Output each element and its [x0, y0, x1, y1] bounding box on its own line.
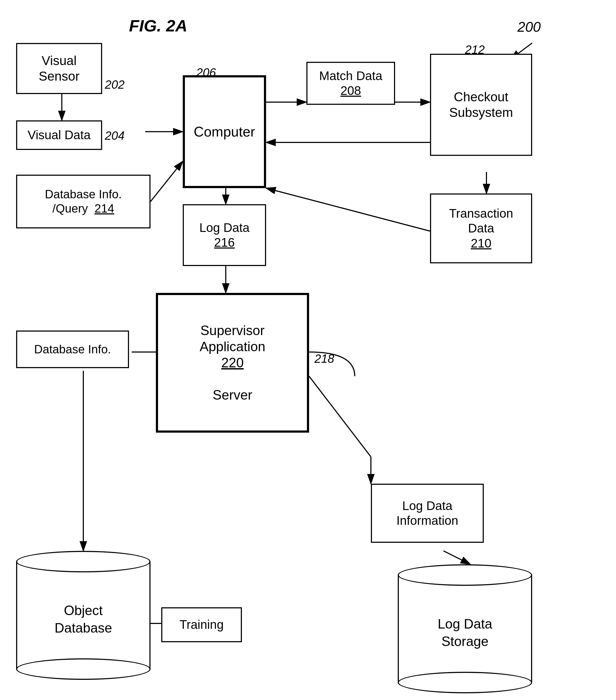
match-data-label: Match Data208 — [319, 68, 382, 98]
log-data-storage-label: Log DataStorage — [438, 615, 492, 650]
log-data-storage-cylinder: Log DataStorage 224 — [398, 564, 532, 588]
ref-218: 218 — [315, 352, 334, 365]
visual-data-label: Visual Data — [28, 128, 90, 142]
visual-sensor-label: VisualSensor — [39, 53, 79, 84]
ref-206: 206 — [196, 66, 216, 79]
svg-line-8 — [266, 188, 430, 231]
ref-200: 200 — [517, 19, 541, 35]
log-data-info-label: Log DataInformation — [396, 499, 458, 528]
database-info-query-box: Database Info./Query 214 — [16, 175, 150, 228]
checkout-box: CheckoutSubsystem — [430, 54, 532, 156]
object-database-label: ObjectDatabase — [54, 602, 112, 637]
visual-sensor-box: VisualSensor — [16, 43, 102, 94]
database-info-label: Database Info. — [34, 342, 111, 357]
transaction-data-box: TransactionData210 — [430, 193, 532, 263]
training-label: Training — [180, 617, 224, 632]
ref-202: 202 — [105, 78, 124, 91]
svg-line-9 — [150, 161, 183, 201]
fig-title: FIG. 2A — [129, 16, 187, 35]
svg-line-13 — [309, 376, 371, 457]
object-database-cylinder: ObjectDatabase 222 — [16, 551, 150, 575]
checkout-label: CheckoutSubsystem — [449, 89, 513, 120]
database-info-query-label: Database Info./Query 214 — [45, 187, 122, 216]
visual-data-box: Visual Data — [16, 121, 102, 150]
training-box: Training — [161, 607, 242, 642]
diagram: FIG. 2A 200 VisualSensor 202 Visual Data… — [0, 0, 616, 700]
computer-label: Computer — [194, 123, 255, 140]
match-data-box: Match Data208 — [306, 62, 395, 105]
transaction-data-label: TransactionData210 — [449, 206, 513, 251]
supervisor-app-label: SupervisorApplication220Server — [200, 323, 266, 403]
log-data-216-label: Log Data216 — [199, 220, 250, 250]
svg-line-15 — [443, 551, 470, 564]
log-data-216-box: Log Data216 — [183, 204, 266, 266]
log-data-info-box: Log DataInformation — [371, 484, 484, 543]
supervisor-app-box: SupervisorApplication220Server — [156, 293, 309, 433]
computer-box: Computer — [183, 75, 266, 188]
ref-204: 204 — [105, 129, 124, 142]
ref-212: 212 — [465, 43, 484, 57]
database-info-box: Database Info. — [16, 330, 129, 368]
